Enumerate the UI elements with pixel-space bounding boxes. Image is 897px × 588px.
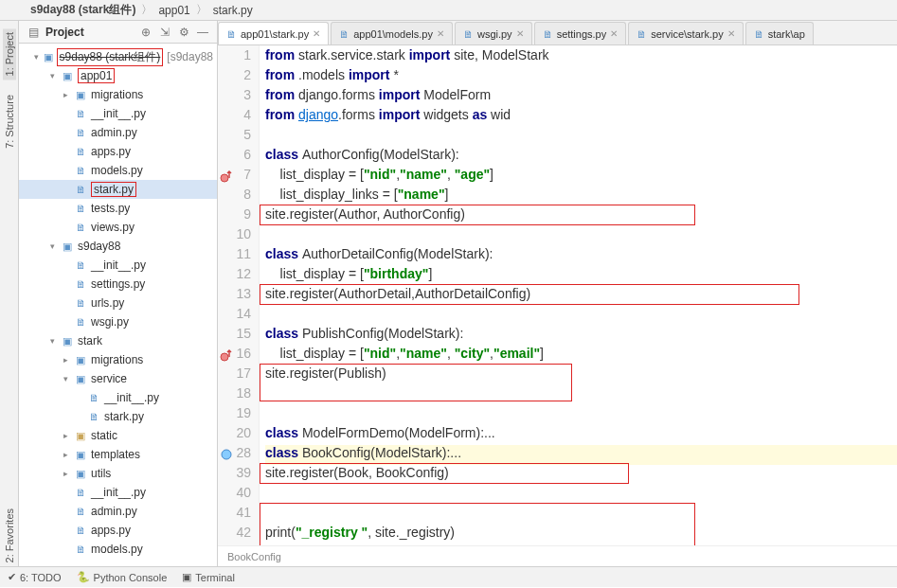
editor-tab[interactable]: 🗎settings.py✕ xyxy=(534,22,627,45)
code-editor[interactable]: 1234567891011121314151617181920283940414… xyxy=(218,45,897,545)
close-icon[interactable]: ✕ xyxy=(313,28,320,39)
override-up-icon[interactable] xyxy=(220,169,233,183)
line-number[interactable]: 6 xyxy=(218,147,259,167)
tree-row[interactable]: 🗎apps.py xyxy=(19,521,217,540)
editor-tab[interactable]: 🗎app01\models.py✕ xyxy=(331,22,453,45)
locate-icon[interactable]: ⊕ xyxy=(139,26,152,39)
code-line[interactable]: site.register(Publish) xyxy=(265,365,897,385)
code-line[interactable]: site.register(AuthorDetail,AuthorDetailC… xyxy=(265,286,897,306)
line-number[interactable]: 19 xyxy=(218,405,259,425)
line-number[interactable]: 3 xyxy=(218,87,259,107)
tree-row[interactable]: 🗎admin.py xyxy=(19,502,217,521)
tree-row[interactable]: ▸▣migrations xyxy=(19,350,217,369)
close-icon[interactable]: ✕ xyxy=(610,28,618,39)
line-number[interactable]: 8 xyxy=(218,187,259,206)
expand-icon[interactable]: ▸ xyxy=(61,90,70,99)
line-number[interactable]: 11 xyxy=(218,246,259,266)
code-line[interactable]: from .models import * xyxy=(265,67,897,87)
expand-icon[interactable]: ▸ xyxy=(61,450,70,459)
line-number[interactable]: 43 xyxy=(218,544,259,545)
gutter[interactable]: 1234567891011121314151617181920283940414… xyxy=(218,45,260,545)
code-line[interactable]: class PublishConfig(ModelStark): xyxy=(265,326,897,346)
crumb-2[interactable]: stark.py xyxy=(209,4,257,17)
code-line[interactable]: list_display = ["birthday"] xyxy=(265,266,897,286)
code-line[interactable]: class BookConfig(ModelStark):... xyxy=(265,445,897,465)
tree-row[interactable]: 🗎stark.py xyxy=(19,180,217,199)
line-number[interactable]: 39 xyxy=(218,465,259,485)
expand-icon[interactable]: ▸ xyxy=(61,431,70,440)
line-number[interactable]: 4 xyxy=(218,107,259,127)
tree-row[interactable]: 🗎__init__.py xyxy=(19,483,217,502)
code-line[interactable]: class AuthorConfig(ModelStark): xyxy=(265,147,897,167)
code-line[interactable]: class AuthorDetailConfig(ModelStark): xyxy=(265,246,897,266)
close-icon[interactable]: ✕ xyxy=(516,28,524,39)
line-number[interactable]: 1 xyxy=(218,47,259,67)
tree-row[interactable]: ▸▣migrations xyxy=(19,85,217,104)
tree-row[interactable]: 🗎settings.py xyxy=(19,275,217,294)
editor-tab[interactable]: 🗎wsgi.py✕ xyxy=(455,22,532,45)
line-number[interactable]: 42 xyxy=(218,525,259,544)
line-number[interactable]: 40 xyxy=(218,485,259,505)
code-line[interactable] xyxy=(265,226,897,246)
python-console-tab[interactable]: 🐍Python Console xyxy=(77,571,168,583)
tree-row[interactable]: 🗎__init__.py xyxy=(19,388,217,407)
line-number[interactable]: 18 xyxy=(218,385,259,405)
line-number[interactable]: 13 xyxy=(218,286,259,306)
code-line[interactable] xyxy=(265,505,897,525)
expand-icon[interactable]: ▸ xyxy=(61,355,70,365)
tree-row[interactable]: ▾▣stark xyxy=(19,331,217,350)
project-tree[interactable]: ▾▣s9day88 (stark组件) [s9day88▾▣app01▸▣mig… xyxy=(19,44,217,566)
tree-row[interactable]: 🗎urls.py xyxy=(19,294,217,312)
tool-tab-favorites[interactable]: 2: Favorites xyxy=(3,505,16,566)
tree-row[interactable]: 🗎stark.py xyxy=(19,407,217,426)
expand-icon[interactable]: ▸ xyxy=(61,469,70,478)
expand-icon[interactable]: ▾ xyxy=(61,374,70,383)
line-number[interactable]: 12 xyxy=(218,266,259,286)
code-line[interactable]: list_display = ["nid","name", "city","em… xyxy=(265,346,897,365)
tree-row[interactable]: 🗎__init__.py xyxy=(19,256,217,275)
code-line[interactable] xyxy=(265,544,897,545)
tree-row[interactable]: ▸▣templates xyxy=(19,445,217,464)
code-line[interactable]: from django.forms import ModelForm xyxy=(265,87,897,107)
tree-row[interactable]: ▾▣s9day88 xyxy=(19,237,217,256)
line-number[interactable]: 17 xyxy=(218,365,259,385)
code-line[interactable]: list_display_links = ["name"] xyxy=(265,187,897,206)
close-icon[interactable]: ✕ xyxy=(437,28,444,39)
editor-breadcrumb-item[interactable]: BookConfig xyxy=(227,551,281,562)
line-number[interactable]: 28 xyxy=(218,445,259,465)
code-line[interactable]: from stark.service.stark import site, Mo… xyxy=(265,47,897,67)
code-line[interactable] xyxy=(265,306,897,326)
gear-icon[interactable]: ⚙ xyxy=(177,26,190,39)
code-line[interactable]: from django.forms import widgets as wid xyxy=(265,107,897,127)
tree-row[interactable]: ▾▣service xyxy=(19,369,217,388)
expand-icon[interactable]: ▾ xyxy=(47,71,57,80)
editor-tab[interactable]: 🗎app01\stark.py✕ xyxy=(218,22,329,45)
code-line[interactable]: site.register(Book, BookConfig) xyxy=(265,465,897,485)
code-area[interactable]: from stark.service.stark import site, Mo… xyxy=(260,45,897,545)
crumb-root[interactable]: s9day88 (stark组件) xyxy=(27,2,139,18)
code-line[interactable] xyxy=(265,405,897,425)
tree-row[interactable]: ▾▣s9day88 (stark组件) [s9day88 xyxy=(19,47,217,66)
line-number[interactable]: 10 xyxy=(218,226,259,246)
line-number[interactable]: 7 xyxy=(218,167,259,187)
override-up-icon[interactable] xyxy=(220,348,233,362)
code-line[interactable]: site.register(Author, AuthorConfig) xyxy=(265,206,897,226)
tree-row[interactable]: 🗎views.py xyxy=(19,218,217,237)
line-number[interactable]: 2 xyxy=(218,67,259,87)
expand-icon[interactable]: ▾ xyxy=(47,336,57,346)
tree-row[interactable]: 🗎models.py xyxy=(19,540,217,559)
tool-tab-project[interactable]: 1: Project xyxy=(3,28,16,80)
code-line[interactable] xyxy=(265,385,897,405)
line-number[interactable]: 14 xyxy=(218,306,259,326)
editor-breadcrumb[interactable]: BookConfig xyxy=(218,545,897,566)
line-number[interactable]: 20 xyxy=(218,425,259,445)
terminal-tab[interactable]: ▣Terminal xyxy=(182,571,235,583)
line-number[interactable]: 9 xyxy=(218,206,259,226)
tree-row[interactable]: 🗎tests.py xyxy=(19,199,217,218)
tree-row[interactable]: 🗎models.py xyxy=(19,161,217,180)
code-line[interactable]: list_display = ["nid","name", "age"] xyxy=(265,167,897,187)
line-number[interactable]: 16 xyxy=(218,346,259,365)
expand-icon[interactable]: ▾ xyxy=(47,241,57,251)
code-line[interactable]: print("_registry ", site._registry) xyxy=(265,525,897,544)
line-number[interactable]: 41 xyxy=(218,505,259,525)
